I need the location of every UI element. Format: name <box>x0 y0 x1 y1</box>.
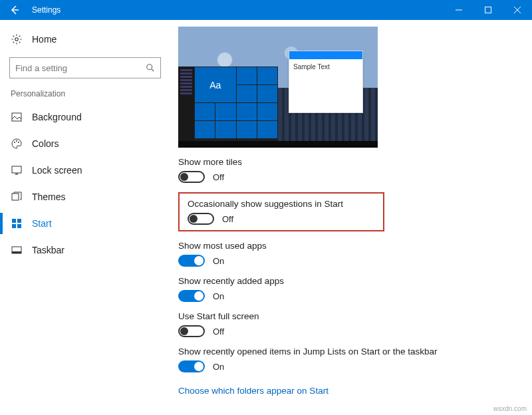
setting-show-more-tiles: Show more tiles Off <box>178 157 519 183</box>
back-button[interactable] <box>0 0 29 20</box>
titlebar: Settings <box>0 0 532 20</box>
sidebar-item-themes[interactable]: Themes <box>9 184 162 210</box>
svg-point-2 <box>147 65 152 70</box>
setting-label: Show recently opened items in Jump Lists… <box>178 346 519 356</box>
home-button[interactable]: Home <box>11 33 162 45</box>
toggle-recently-added[interactable] <box>178 290 205 302</box>
arrow-left-icon <box>9 5 20 15</box>
window-title: Settings <box>29 5 61 15</box>
toggle-state: Off <box>222 214 233 224</box>
folders-link[interactable]: Choose which folders appear on Start <box>178 386 329 396</box>
minimize-icon <box>456 7 462 13</box>
setting-label: Show recently added apps <box>178 276 519 286</box>
svg-rect-3 <box>12 113 21 121</box>
search-icon <box>146 63 155 72</box>
preview-tile-big: Aa <box>195 67 236 102</box>
start-preview: Aa Sample Text <box>178 27 378 148</box>
setting-jump-lists: Show recently opened items in Jump Lists… <box>178 346 519 372</box>
svg-point-4 <box>14 142 15 143</box>
setting-recently-added: Show recently added apps On <box>178 276 519 302</box>
start-icon <box>11 218 23 229</box>
setting-label: Occasionally show suggestions in Start <box>188 199 375 209</box>
preview-start-menu: Aa <box>178 67 278 141</box>
svg-rect-10 <box>12 219 16 223</box>
setting-suggestions: Occasionally show suggestions in Start O… <box>188 199 375 225</box>
sidebar: Home Personalization Background <box>0 20 172 415</box>
sidebar-item-label: Taskbar <box>32 245 65 255</box>
sidebar-item-label: Colors <box>32 138 59 149</box>
setting-label: Use Start full screen <box>178 311 519 321</box>
svg-rect-7 <box>12 166 21 173</box>
svg-point-1 <box>15 38 19 41</box>
svg-rect-0 <box>485 7 491 13</box>
setting-label: Show more tiles <box>178 157 519 167</box>
toggle-full-screen[interactable] <box>178 325 205 337</box>
sidebar-item-label: Lock screen <box>32 165 82 176</box>
search-input[interactable] <box>15 63 146 73</box>
sidebar-item-label: Themes <box>32 192 66 202</box>
minimize-button[interactable] <box>444 0 473 20</box>
toggle-state: Off <box>213 327 224 337</box>
nav-list: Background Colors Lock screen <box>9 104 162 263</box>
svg-rect-9 <box>12 194 19 200</box>
gear-icon <box>11 33 23 45</box>
svg-rect-12 <box>12 224 16 228</box>
sidebar-item-colors[interactable]: Colors <box>9 130 162 157</box>
setting-full-screen: Use Start full screen Off <box>178 311 519 337</box>
setting-label: Show most used apps <box>178 241 519 251</box>
palette-icon <box>11 138 23 149</box>
close-button[interactable] <box>503 0 532 20</box>
search-box[interactable] <box>9 57 161 78</box>
preview-window: Sample Text <box>289 51 363 113</box>
sidebar-item-background[interactable]: Background <box>9 104 162 130</box>
section-label: Personalization <box>11 89 162 98</box>
toggle-state: On <box>213 256 224 266</box>
svg-rect-11 <box>17 219 21 223</box>
toggle-state: On <box>213 362 224 372</box>
sidebar-item-label: Background <box>32 112 82 122</box>
picture-icon <box>11 112 23 122</box>
svg-rect-13 <box>17 224 21 228</box>
svg-point-5 <box>16 140 17 142</box>
settings-window: Settings Home <box>0 0 532 415</box>
sidebar-item-taskbar[interactable]: Taskbar <box>9 237 162 263</box>
maximize-button[interactable] <box>473 0 503 20</box>
maximize-icon <box>485 7 491 13</box>
home-label: Home <box>32 34 57 45</box>
close-icon <box>514 7 521 13</box>
sidebar-item-lock-screen[interactable]: Lock screen <box>9 157 162 184</box>
svg-point-6 <box>18 142 19 143</box>
toggle-suggestions[interactable] <box>188 213 214 225</box>
svg-rect-8 <box>15 174 18 175</box>
taskbar-icon <box>11 245 23 255</box>
preview-window-text: Sample Text <box>289 59 362 74</box>
themes-icon <box>11 192 23 202</box>
svg-rect-15 <box>12 251 21 253</box>
watermark: wsxdn.com <box>493 405 527 412</box>
sidebar-item-label: Start <box>32 218 52 229</box>
toggle-state: On <box>213 291 224 301</box>
toggle-jump-lists[interactable] <box>178 360 205 372</box>
highlight-box: Occasionally show suggestions in Start O… <box>178 192 384 231</box>
setting-most-used: Show most used apps On <box>178 241 519 267</box>
toggle-show-more-tiles[interactable] <box>178 171 205 183</box>
sidebar-item-start[interactable]: Start <box>9 210 162 237</box>
content-pane: Aa Sample Text Show more tiles <box>172 20 532 415</box>
toggle-state: Off <box>213 172 224 182</box>
lock-screen-icon <box>11 165 23 176</box>
toggle-most-used[interactable] <box>178 255 205 267</box>
